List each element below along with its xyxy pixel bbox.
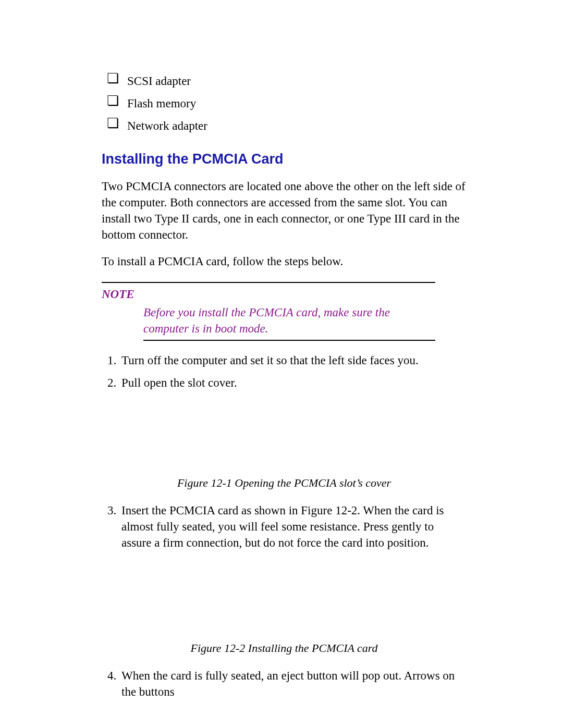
section-heading: Installing the PCMCIA Card: [102, 150, 467, 168]
note-body: Before you install the PCMCIA card, make…: [143, 304, 435, 337]
checklist-label: SCSI adapter: [127, 73, 191, 89]
checklist-label: Flash memory: [127, 95, 196, 112]
step-text: Turn off the computer and set it so that…: [121, 354, 419, 367]
checklist: ❏ SCSI adapter ❏ Flash memory ❏ Network …: [102, 73, 467, 134]
document-page: ❏ SCSI adapter ❏ Flash memory ❏ Network …: [0, 0, 563, 728]
intro-paragraph-1: Two PCMCIA connectors are located one ab…: [102, 178, 467, 243]
checkbox-icon: ❏: [107, 94, 119, 108]
note-rule-top: [102, 282, 435, 283]
note-block: NOTE Before you install the PCMCIA card,…: [102, 282, 467, 341]
figure-placeholder-1: [102, 397, 467, 475]
checklist-label: Network adapter: [127, 118, 207, 134]
step-item: Pull open the slot cover.: [119, 375, 467, 391]
step-text: Pull open the slot cover.: [121, 376, 237, 389]
steps-list: Turn off the computer and set it so that…: [102, 352, 467, 391]
steps-list-continued-2: When the card is fully seated, an eject …: [102, 668, 467, 700]
step-item: Turn off the computer and set it so that…: [119, 352, 467, 368]
checkbox-icon: ❏: [107, 72, 119, 85]
figure-placeholder-2: [102, 557, 467, 640]
step-text: When the card is fully seated, an eject …: [121, 669, 455, 698]
step-item: Insert the PCMCIA card as shown in Figur…: [119, 502, 467, 551]
checklist-item: ❏ Flash memory: [102, 95, 467, 112]
figure-caption-1: Figure 12-1 Opening the PCMCIA slot’s co…: [102, 475, 467, 491]
checkbox-icon: ❏: [107, 117, 119, 130]
note-label: NOTE: [102, 286, 467, 302]
step-item: When the card is fully seated, an eject …: [119, 668, 467, 700]
checklist-item: ❏ SCSI adapter: [102, 73, 467, 89]
figure-caption-2: Figure 12-2 Installing the PCMCIA card: [102, 640, 467, 656]
intro-paragraph-2: To install a PCMCIA card, follow the ste…: [102, 253, 467, 269]
step-text: Insert the PCMCIA card as shown in Figur…: [121, 504, 444, 549]
checklist-item: ❏ Network adapter: [102, 118, 467, 134]
steps-list-continued: Insert the PCMCIA card as shown in Figur…: [102, 502, 467, 551]
note-rule-bottom: [143, 340, 435, 341]
